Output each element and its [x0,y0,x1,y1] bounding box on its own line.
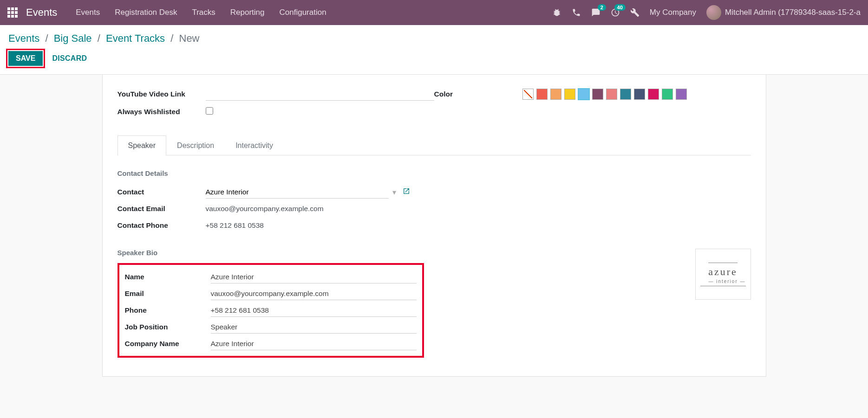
bio-phone-input[interactable] [211,304,417,317]
speaker-logo[interactable]: azure — interior — [695,249,751,300]
contact-dropdown[interactable] [206,186,389,199]
logo-subtext: — interior — [700,279,746,286]
contact-email-value: vauxoo@yourcompany.example.com [206,205,324,213]
color-swatch-3[interactable] [578,89,589,100]
nav-configuration[interactable]: Configuration [280,8,326,17]
bio-job-label: Job Position [125,323,211,331]
color-swatch-4[interactable] [592,89,603,100]
debug-icon[interactable] [552,8,561,17]
nav-tracks[interactable]: Tracks [192,8,215,17]
company-selector[interactable]: My Company [650,8,696,17]
youtube-label: YouTube Video Link [117,90,206,98]
apps-icon[interactable] [7,7,18,18]
bio-company-label: Company Name [125,340,211,348]
bio-section-title: Speaker Bio [117,249,695,257]
tab-speaker[interactable]: Speaker [117,135,167,155]
color-swatch-9[interactable] [662,89,673,100]
color-swatch-5[interactable] [606,89,617,100]
color-swatch-none[interactable] [522,89,534,100]
crumb-events[interactable]: Events [8,32,39,44]
bio-phone-label: Phone [125,306,211,315]
phone-icon[interactable] [572,8,581,17]
chat-icon[interactable]: 2 [591,8,600,17]
breadcrumb: Events / Big Sale / Event Tracks / New [8,32,860,45]
contact-label: Contact [117,188,206,196]
tab-interactivity[interactable]: Interactivity [225,135,284,155]
color-swatch-8[interactable] [648,89,659,100]
color-picker [522,89,751,100]
tabs: Speaker Description Interactivity [117,135,751,155]
bio-fields-highlighted: Name Email Phone Job Position [117,263,424,358]
bio-email-label: Email [125,289,211,298]
bio-name-label: Name [125,273,211,281]
color-label: Color [434,90,522,98]
external-link-icon[interactable] [403,187,410,197]
nav-reporting[interactable]: Reporting [230,8,265,17]
user-menu[interactable]: Mitchell Admin (17789348-saas-15-2-a [706,5,861,20]
crumb-tracks[interactable]: Event Tracks [106,32,165,44]
tab-description[interactable]: Description [166,135,225,155]
contact-phone-value: +58 212 681 0538 [206,221,264,230]
bio-name-input[interactable] [211,271,417,283]
activity-icon[interactable]: 40 [611,8,620,17]
color-swatch-6[interactable] [620,89,631,100]
top-nav: Events Events Registration Desk Tracks R… [0,0,868,25]
control-bar: Events / Big Sale / Event Tracks / New S… [0,25,868,75]
app-title[interactable]: Events [26,6,57,19]
contact-phone-label: Contact Phone [117,221,206,230]
chevron-down-icon[interactable]: ▾ [392,188,396,197]
color-swatch-0[interactable] [536,89,548,100]
discard-button[interactable]: DISCARD [52,54,87,63]
crumb-current: New [179,32,200,44]
username: Mitchell Admin (17789348-saas-15-2-a [725,8,861,17]
crumb-bigsale[interactable]: Big Sale [54,32,92,44]
nav-events[interactable]: Events [76,8,100,17]
activity-badge: 40 [614,4,626,11]
avatar [706,5,721,20]
bio-job-input[interactable] [211,321,417,334]
color-swatch-7[interactable] [634,89,645,100]
youtube-input[interactable] [206,88,434,101]
chat-badge: 2 [598,4,606,11]
bio-company-input[interactable] [211,338,417,350]
tools-icon[interactable] [630,8,640,17]
contact-email-label: Contact Email [117,205,206,213]
save-button[interactable]: SAVE [8,51,43,66]
nav-registration[interactable]: Registration Desk [115,8,177,17]
logo-text: azure [708,263,737,278]
wishlisted-checkbox[interactable] [206,107,213,115]
color-swatch-1[interactable] [550,89,561,100]
form-sheet: YouTube Video Link Always Wishlisted Col… [102,75,766,377]
color-swatch-10[interactable] [676,89,687,100]
bio-email-input[interactable] [211,288,417,300]
wishlisted-label: Always Wishlisted [117,108,206,116]
contact-section-title: Contact Details [117,169,751,177]
tab-content-speaker: Contact Details Contact ▾ Contact Email … [117,155,751,358]
color-swatch-2[interactable] [564,89,575,100]
